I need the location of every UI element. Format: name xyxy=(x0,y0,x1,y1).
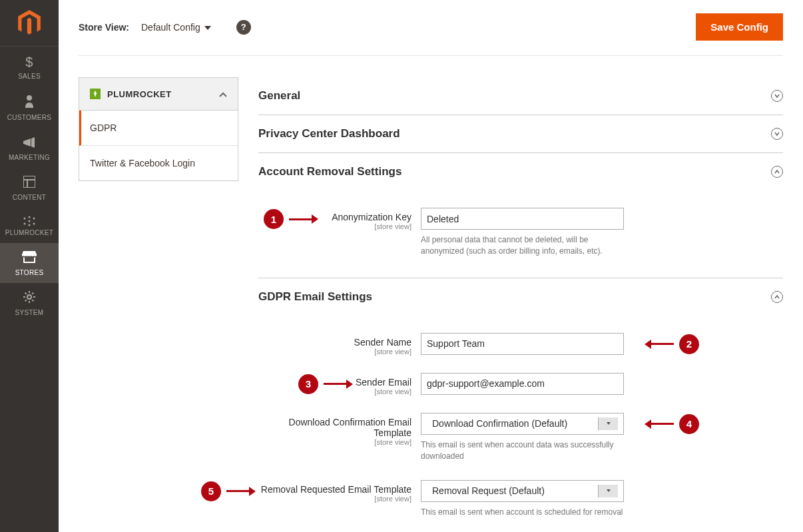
arrow-right-icon xyxy=(289,214,318,224)
svg-point-8 xyxy=(29,224,31,226)
callout-2: 2 xyxy=(645,334,699,354)
caret-down-icon xyxy=(598,485,618,497)
section-account-removal-settings[interactable]: Account Removal Settings xyxy=(258,153,783,190)
svg-point-11 xyxy=(27,295,31,299)
section-title: Account Removal Settings xyxy=(258,165,402,178)
admin-nav: $ SALES CUSTOMERS MARKETING CONTENT PLUM… xyxy=(0,0,59,532)
callout-1: 1 xyxy=(264,209,318,229)
config-sidebar: PLUMROCKET GDPR Twitter & Facebook Login xyxy=(79,77,238,181)
removal-template-select[interactable]: Removal Request (Default) xyxy=(421,480,624,502)
section-body-email: Sender Name [store view] 2 3 xyxy=(258,316,783,532)
svg-line-16 xyxy=(25,293,27,294)
dollar-icon: $ xyxy=(25,55,33,70)
section-general[interactable]: General xyxy=(258,77,783,115)
svg-point-10 xyxy=(29,220,31,222)
sender-name-input[interactable] xyxy=(421,333,624,355)
select-value: Removal Request (Default) xyxy=(427,485,598,496)
field-sender-name: Sender Name [store view] 2 xyxy=(258,333,783,356)
sidebar-group-plumrocket[interactable]: PLUMROCKET xyxy=(79,78,238,111)
field-label: Download Confirmation Email Template xyxy=(258,417,411,438)
chevron-up-icon xyxy=(771,166,783,178)
caret-down-icon xyxy=(598,417,618,430)
arrow-left-icon xyxy=(645,419,674,429)
select-value: Download Confirmation (Default) xyxy=(427,418,598,429)
section-privacy-center-dashboard[interactable]: Privacy Center Dashboard xyxy=(258,115,783,153)
field-hint: This email is sent when account is sched… xyxy=(421,507,624,518)
nav-label: CONTENT xyxy=(13,194,46,201)
megaphone-icon xyxy=(23,136,36,151)
nav-plumrocket[interactable]: PLUMROCKET xyxy=(0,208,59,243)
chevron-up-icon xyxy=(219,89,227,99)
field-download-confirmation-template: Download Confirmation Email Template [st… xyxy=(258,413,783,463)
svg-point-0 xyxy=(27,95,32,101)
field-removal-requested-template: 5 Removal Requested Email Template [stor… xyxy=(258,480,783,518)
section-gdpr-email-settings[interactable]: GDPR Email Settings xyxy=(258,278,783,316)
page-header: Store View: Default Config ? Save Config xyxy=(79,0,783,56)
nav-sales[interactable]: $ SALES xyxy=(0,47,59,87)
callout-badge: 4 xyxy=(679,414,699,434)
nav-stores[interactable]: STORES xyxy=(0,243,59,283)
magento-logo[interactable] xyxy=(0,0,59,47)
callout-5: 5 xyxy=(201,481,256,501)
download-template-select[interactable]: Download Confirmation (Default) xyxy=(421,413,624,435)
svg-line-19 xyxy=(32,293,33,294)
chevron-up-icon xyxy=(771,291,783,303)
svg-point-7 xyxy=(24,223,26,225)
chevron-down-icon xyxy=(771,128,783,140)
section-title: GDPR Email Settings xyxy=(258,290,372,304)
sidebar-item-gdpr[interactable]: GDPR xyxy=(79,111,238,146)
arrow-right-icon xyxy=(226,487,256,496)
field-hint: This email is sent when account data was… xyxy=(421,439,624,463)
config-area: General Privacy Center Dashboard Account… xyxy=(258,77,783,532)
section-title: General xyxy=(258,89,300,103)
store-view-switcher[interactable]: Default Config xyxy=(141,22,211,33)
arrow-left-icon xyxy=(645,340,674,349)
callout-badge: 5 xyxy=(201,481,221,501)
callout-4: 4 xyxy=(645,414,699,434)
section-body-removal: 1 Anonymization Key [store view] All per… xyxy=(258,190,783,278)
gear-icon xyxy=(23,291,35,306)
nav-label: SALES xyxy=(18,73,41,80)
arrow-right-icon xyxy=(324,380,353,389)
field-label: Removal Requested Email Template xyxy=(258,484,411,495)
save-config-button[interactable]: Save Config xyxy=(696,13,783,41)
field-hint: All personal data that cannot be deleted… xyxy=(421,234,624,258)
sidebar-item-twitter-facebook-login[interactable]: Twitter & Facebook Login xyxy=(79,146,238,180)
field-label: Sender Name xyxy=(258,337,411,348)
nav-marketing[interactable]: MARKETING xyxy=(0,128,59,168)
callout-3: 3 xyxy=(298,374,353,394)
field-sender-email: 3 Sender Email [store view] xyxy=(258,373,783,396)
section-title: Privacy Center Dashboard xyxy=(258,127,400,140)
store-view-label: Store View: xyxy=(79,22,129,33)
storefront-icon xyxy=(22,251,37,266)
nav-label: CUSTOMERS xyxy=(7,114,51,121)
scope-label: [store view] xyxy=(258,438,411,446)
callout-badge: 2 xyxy=(679,334,699,354)
anonymization-key-input[interactable] xyxy=(421,208,624,230)
nav-label: SYSTEM xyxy=(15,309,44,316)
plumrocket-badge-icon xyxy=(90,89,101,99)
svg-line-18 xyxy=(25,300,27,301)
help-icon[interactable]: ? xyxy=(236,20,251,35)
svg-point-4 xyxy=(24,218,26,220)
nav-customers[interactable]: CUSTOMERS xyxy=(0,87,59,128)
nav-label: PLUMROCKET xyxy=(5,229,53,236)
person-icon xyxy=(24,95,35,111)
sender-email-input[interactable] xyxy=(421,373,624,395)
plumrocket-icon xyxy=(22,216,37,226)
nav-label: MARKETING xyxy=(9,154,50,161)
callout-badge: 3 xyxy=(298,374,318,394)
svg-point-5 xyxy=(29,216,31,218)
magento-icon xyxy=(18,10,41,37)
scope-label: [store view] xyxy=(258,348,411,356)
nav-content[interactable]: CONTENT xyxy=(0,168,59,208)
callout-badge: 1 xyxy=(264,209,284,229)
svg-line-17 xyxy=(32,300,33,301)
scope-label: [store view] xyxy=(258,495,411,503)
nav-system[interactable]: SYSTEM xyxy=(0,283,59,323)
chevron-down-icon xyxy=(771,90,783,102)
field-anonymization-key: 1 Anonymization Key [store view] All per… xyxy=(258,208,783,258)
nav-label: STORES xyxy=(15,269,44,276)
svg-point-9 xyxy=(33,223,35,225)
svg-rect-1 xyxy=(23,176,35,188)
